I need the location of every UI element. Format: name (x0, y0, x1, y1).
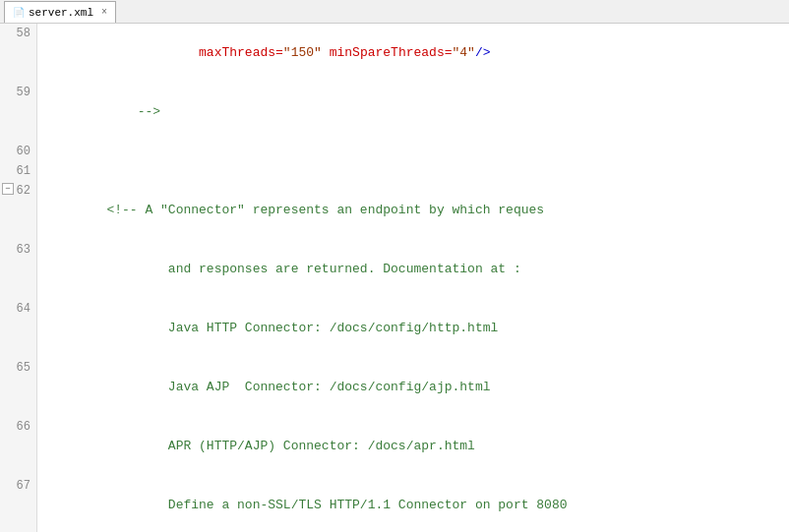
table-row: 67 Define a non-SSL/TLS HTTP/1.1 Connect… (0, 476, 789, 532)
line-number-66: 66 (0, 417, 37, 476)
table-row: 61 (0, 161, 789, 181)
comment-line-65: Java AJP Connector: /docs/config/ajp.htm… (106, 380, 490, 394)
comment-arrow-close: --> (106, 104, 160, 119)
tab-bar: 📄 server.xml × (0, 0, 789, 24)
line-content-64[interactable]: Java HTTP Connector: /docs/config/http.h… (37, 299, 789, 358)
line-content-62[interactable]: <!-- A "Connector" represents an endpoin… (37, 181, 789, 240)
table-row: 66 APR (HTTP/AJP) Connector: /docs/apr.h… (0, 417, 789, 476)
table-row: 60 (0, 142, 789, 161)
comment-line-67: Define a non-SSL/TLS HTTP/1.1 Connector … (106, 498, 567, 512)
val-minsparethreads: "4" (453, 45, 475, 60)
comment-line-63: and responses are returned. Documentatio… (106, 262, 520, 276)
comment-line-62: <!-- A "Connector" represents an endpoin… (106, 203, 544, 217)
attr-minsparethreads: minSpareThreads= (322, 45, 453, 60)
line-number-61: 61 (0, 161, 37, 181)
table-row: 59 --> (0, 83, 789, 142)
server-xml-tab[interactable]: 📄 server.xml × (4, 1, 116, 23)
comment-line-64: Java HTTP Connector: /docs/config/http.h… (106, 321, 498, 335)
editor-area: 58 maxThreads="150" minSpareThreads="4"/… (0, 24, 789, 532)
line-content-65[interactable]: Java AJP Connector: /docs/config/ajp.htm… (37, 358, 789, 417)
table-row: 64 Java HTTP Connector: /docs/config/htt… (0, 299, 789, 358)
line-number-63: 63 (0, 240, 37, 299)
table-row: 65 Java AJP Connector: /docs/config/ajp.… (0, 358, 789, 417)
line-number-65: 65 (0, 358, 37, 417)
line-number-67: 67 (0, 476, 37, 532)
line-content-66[interactable]: APR (HTTP/AJP) Connector: /docs/apr.html (37, 417, 789, 476)
line-number-58: 58 (0, 24, 37, 83)
line-number-62: − 62 (0, 181, 37, 240)
line-number-59: 59 (0, 83, 37, 142)
line-number-60: 60 (0, 142, 37, 161)
line-content-67[interactable]: Define a non-SSL/TLS HTTP/1.1 Connector … (37, 476, 789, 532)
tag-close-slash: /> (475, 45, 491, 60)
table-row: 58 maxThreads="150" minSpareThreads="4"/… (0, 24, 789, 83)
attr-maxthreads: maxThreads= (106, 45, 282, 60)
fold-marker-62[interactable]: − (2, 183, 14, 195)
line-content-59[interactable]: --> (37, 83, 789, 142)
line-number-64: 64 (0, 299, 37, 358)
line-content-63[interactable]: and responses are returned. Documentatio… (37, 240, 789, 299)
line-content-60[interactable] (37, 142, 789, 161)
editor-lines: 58 maxThreads="150" minSpareThreads="4"/… (0, 24, 789, 532)
tab-label: server.xml (29, 7, 93, 19)
val-maxthreads: "150" (283, 45, 322, 60)
xml-file-icon: 📄 (13, 7, 25, 19)
table-row: 63 and responses are returned. Documenta… (0, 240, 789, 299)
comment-line-66: APR (HTTP/AJP) Connector: /docs/apr.html (106, 439, 474, 453)
line-content-58[interactable]: maxThreads="150" minSpareThreads="4"/> (37, 24, 789, 83)
tab-close-button[interactable]: × (101, 7, 107, 18)
line-content-61[interactable] (37, 161, 789, 181)
table-row: − 62 <!-- A "Connector" represents an en… (0, 181, 789, 240)
